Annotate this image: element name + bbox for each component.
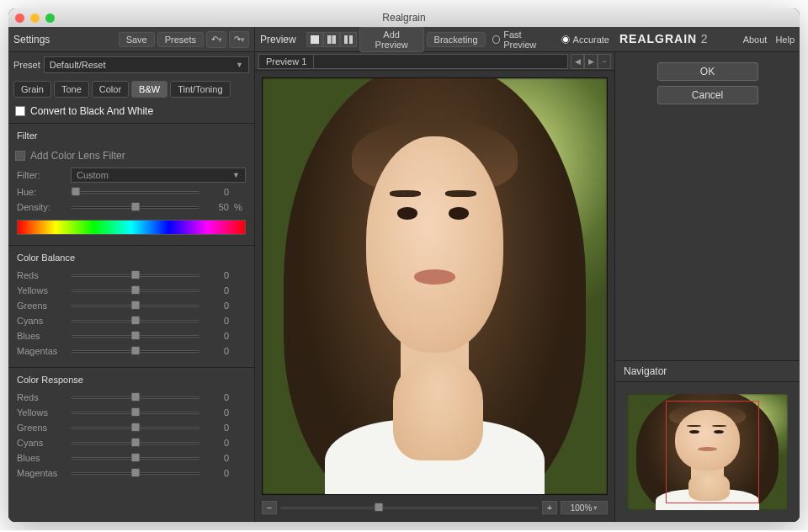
presets-button[interactable]: Presets [157,32,204,47]
preset-dropdown[interactable]: Default/Reset▼ [44,56,249,73]
save-button[interactable]: Save [119,32,155,47]
color-response-label: Magentas [17,468,66,478]
color-balance-slider[interactable] [71,330,200,342]
color-balance-slider[interactable] [71,285,200,296]
color-balance-label: Blues [17,331,66,341]
color-balance-slider[interactable] [71,300,200,311]
tab-tint[interactable]: Tint/Toning [170,81,230,98]
preview-tab-track [314,54,568,69]
chevron-down-icon: ▼ [236,61,243,69]
color-balance-label: Greens [17,301,66,311]
minimize-icon[interactable] [30,13,40,23]
color-balance-row: Greens0 [8,298,254,313]
add-preview-button[interactable]: Add Preview [359,27,424,52]
filter-field-label: Filter: [17,170,66,180]
svg-rect-2 [332,35,336,44]
color-response-slider[interactable] [71,407,200,418]
redo-button[interactable]: ↷▾ [229,31,249,48]
preview-tab-prev[interactable]: ◀ [571,54,584,69]
color-response-slider[interactable] [71,422,200,434]
bracketing-button[interactable]: Bracketing [427,32,486,47]
convert-bw-checkbox[interactable] [15,106,25,116]
preview-tab[interactable]: Preview 1 [258,54,314,69]
color-response-slider[interactable] [71,437,200,449]
color-balance-value: 0 [205,316,229,326]
color-response-value: 0 [205,423,229,433]
hue-slider[interactable] [71,186,200,198]
cancel-button[interactable]: Cancel [657,86,758,104]
preview-panel: Preview 1 ◀ ▶ − [255,52,614,522]
color-balance-label: Cyans [17,316,66,326]
zoom-icon[interactable] [45,13,55,23]
undo-button[interactable]: ↶▾ [206,31,226,48]
convert-bw-label: Convert to Black And White [30,105,153,117]
svg-rect-1 [327,35,332,44]
color-balance-heading: Color Balance [8,249,254,268]
density-label: Density: [17,202,66,212]
color-response-label: Reds [17,392,66,402]
color-balance-value: 0 [205,270,229,280]
color-response-slider[interactable] [71,391,200,403]
color-response-slider[interactable] [71,467,200,479]
color-balance-row: Cyans0 [8,313,254,328]
zoom-slider[interactable] [280,502,539,513]
tab-color[interactable]: Color [92,81,129,98]
color-balance-slider[interactable] [71,315,200,327]
color-response-label: Cyans [17,438,66,448]
ok-button[interactable]: OK [657,62,758,81]
svg-rect-4 [349,35,353,44]
view-split-v-icon[interactable] [340,32,357,47]
zoom-out-button[interactable]: − [262,501,277,514]
color-response-value: 0 [205,453,229,463]
filter-dropdown[interactable]: Custom▼ [71,168,246,183]
tab-bw[interactable]: B&W [131,81,167,98]
color-balance-value: 0 [205,346,229,356]
add-color-lens-label: Add Color Lens Filter [30,150,125,162]
tab-tone[interactable]: Tone [54,81,89,98]
zoom-in-button[interactable]: + [542,501,557,514]
view-single-icon[interactable] [306,32,323,47]
color-response-value: 0 [205,438,229,448]
navigator-thumbnail[interactable] [627,394,788,510]
color-balance-value: 0 [205,301,229,311]
view-mode-group [306,32,357,47]
preview-tab-next[interactable]: ▶ [584,54,598,69]
fast-preview-radio[interactable]: Fast Preview [492,29,555,50]
color-response-row: Greens0 [8,420,254,435]
right-panel: OK Cancel Navigator [614,52,800,522]
navigator-viewport-rect[interactable] [666,401,759,503]
view-split-h-icon[interactable] [323,32,340,47]
preview-tab-close[interactable]: − [598,54,611,69]
color-balance-slider[interactable] [71,345,200,357]
svg-rect-3 [344,35,348,44]
zoom-dropdown[interactable]: 100%▾ [561,501,608,514]
color-response-row: Cyans0 [8,435,254,450]
color-response-row: Magentas0 [8,466,254,481]
titlebar: Realgrain [8,8,800,27]
color-balance-row: Yellows0 [8,283,254,298]
settings-panel: Preset Default/Reset▼ Grain Tone Color B… [8,52,255,522]
help-link[interactable]: Help [775,35,795,45]
color-response-label: Greens [17,423,66,433]
preview-image[interactable] [262,77,608,495]
chevron-down-icon: ▾ [593,503,598,512]
density-slider[interactable] [71,201,200,213]
color-balance-slider[interactable] [71,269,200,281]
tab-grain[interactable]: Grain [13,81,51,98]
accurate-radio[interactable]: Accurate [561,35,609,45]
add-color-lens-checkbox[interactable] [15,151,25,161]
color-response-row: Blues0 [8,450,254,466]
color-balance-row: Blues0 [8,328,254,343]
hue-spectrum[interactable] [17,220,246,235]
color-balance-value: 0 [205,331,229,341]
color-response-value: 0 [205,392,229,402]
settings-heading: Settings [13,34,56,45]
about-link[interactable]: About [743,35,768,45]
color-response-section: Color Response Reds0Yellows0Greens0Cyans… [8,367,254,487]
color-response-heading: Color Response [8,371,254,390]
app-window: Realgrain Settings Save Presets ↶▾ ↷▾ Pr… [8,8,800,522]
close-icon[interactable] [15,13,24,23]
filter-section: Filter Add Color Lens Filter Filter: Cus… [8,123,254,243]
color-response-slider[interactable] [71,452,200,464]
settings-tabs: Grain Tone Color B&W Tint/Toning [8,77,254,101]
